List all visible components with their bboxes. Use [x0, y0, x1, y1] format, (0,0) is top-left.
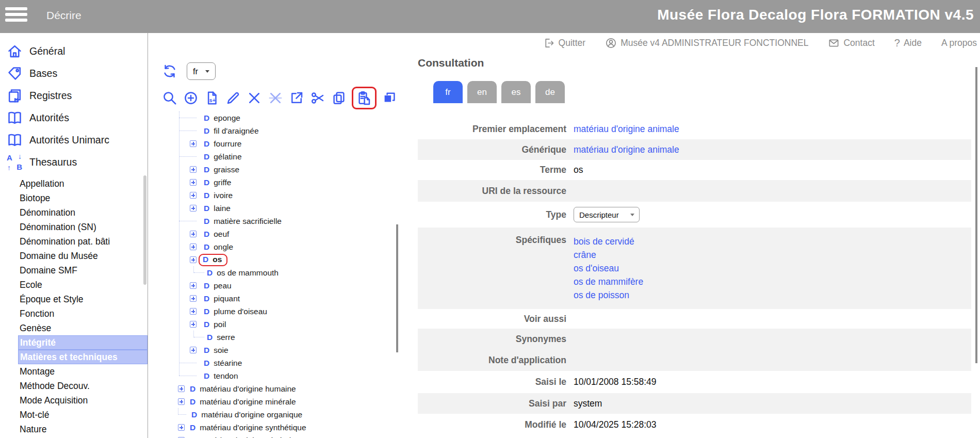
tree-item-label[interactable]: peau — [214, 281, 231, 290]
list-item[interactable]: Biotope — [0, 191, 148, 205]
sidebar-item-autorites[interactable]: Autorités — [0, 107, 148, 129]
apropos-link[interactable]: A propos — [941, 38, 977, 48]
tree-item-label[interactable]: oeuf — [214, 230, 229, 239]
tree-item-label[interactable]: ongle — [214, 242, 233, 252]
tree-item-label[interactable]: graisse — [214, 165, 239, 174]
tree-item-label[interactable]: eponge — [214, 113, 240, 123]
tree-scrollbar[interactable] — [396, 224, 398, 352]
main-scrollbar[interactable] — [975, 67, 977, 363]
tree-item[interactable]: Dgraisse — [148, 163, 395, 176]
list-item[interactable]: Dénomination — [0, 205, 148, 220]
tree-item-label[interactable]: matière sacrificielle — [214, 217, 282, 226]
tree-item[interactable]: Dmatière sacrificielle — [148, 215, 395, 228]
tab-de[interactable]: de — [535, 81, 565, 103]
list-item[interactable]: Fonction — [0, 306, 148, 321]
list-item[interactable]: Appellation — [0, 176, 148, 191]
quitter-link[interactable]: Quitter — [543, 37, 586, 49]
expand-plus-icon[interactable] — [178, 398, 185, 405]
hamburger-menu-icon[interactable] — [5, 7, 28, 26]
tab-en[interactable]: en — [467, 81, 497, 103]
tree-item-label[interactable]: fil d'araignée — [214, 126, 258, 136]
delete-x-icon[interactable] — [246, 89, 263, 107]
expand-plus-icon[interactable] — [190, 140, 197, 147]
tree-item[interactable]: Dstéarine — [148, 356, 395, 369]
tree-item[interactable]: Dgriffe — [148, 176, 395, 189]
tree-item[interactable]: Dmatériau d'origine minérale — [148, 395, 395, 408]
list-item[interactable]: Montage — [0, 364, 148, 379]
delete-branch-x-icon[interactable] — [267, 89, 284, 107]
field-value-link[interactable]: matériau d'origine animale — [574, 124, 679, 135]
sidebar-item-autorites-unimarc[interactable]: Autorités Unimarc — [0, 129, 148, 151]
specifique-link[interactable]: os de poisson — [574, 288, 643, 302]
expand-plus-icon[interactable] — [190, 166, 197, 173]
tree-item-label[interactable]: plume d'oiseau — [214, 307, 267, 316]
list-item[interactable]: Mot-clé — [0, 408, 148, 422]
tree-item-label[interactable]: matériau d'origine synthétique — [200, 423, 306, 432]
tree-item[interactable]: Deponge — [148, 111, 395, 124]
tree-item-label[interactable]: piquant — [214, 294, 240, 303]
tree-item[interactable]: Dplume d'oiseau — [148, 305, 395, 318]
tree-item-label[interactable]: serre — [217, 333, 235, 342]
tree-item[interactable]: Dlaine — [148, 202, 395, 215]
add-circle-icon[interactable] — [183, 89, 199, 107]
sidebar-item-bases[interactable]: Bases — [0, 62, 148, 85]
list-item[interactable]: Nature — [0, 422, 148, 436]
list-item-selected[interactable]: Intégrité — [18, 335, 148, 350]
tree-item[interactable]: Doeuf — [148, 228, 395, 240]
tree-item[interactable]: Dsoie — [148, 344, 395, 356]
expand-plus-icon[interactable] — [190, 308, 197, 315]
list-item[interactable]: Genèse — [0, 321, 148, 335]
list-item[interactable]: Domaine SMF — [0, 263, 148, 278]
tree-item-label[interactable]: poil — [214, 320, 226, 329]
tree-item[interactable]: Dmatériau d'origine organique — [148, 408, 395, 421]
tree-item[interactable]: Dongle — [148, 240, 395, 253]
contact-link[interactable]: Contact — [828, 37, 874, 49]
expand-plus-icon[interactable] — [190, 244, 197, 250]
tree-item[interactable]: Dmatériau d'origine humaine — [148, 382, 395, 395]
tree-item[interactable]: Dtendon — [148, 369, 395, 382]
expand-plus-icon[interactable] — [190, 179, 197, 186]
tree-item[interactable]: Dpiquant — [148, 292, 395, 305]
tree-language-select[interactable]: fr — [187, 62, 216, 80]
expand-plus-icon[interactable] — [190, 321, 197, 328]
specifique-link[interactable]: crâne — [574, 248, 643, 262]
list-item[interactable]: Époque et Style — [0, 292, 148, 306]
tree-item[interactable]: Dmatériau d'origine synthétique — [148, 421, 395, 434]
tree-item-label[interactable]: laine — [214, 204, 231, 213]
tree-item[interactable]: Dos de mammouth — [148, 266, 395, 279]
sidebar-item-general[interactable]: Général — [0, 40, 148, 62]
refresh-icon[interactable] — [161, 62, 178, 80]
edit-pencil-icon[interactable] — [225, 89, 241, 107]
aide-link[interactable]: ? Aide — [894, 37, 922, 49]
expand-plus-icon[interactable] — [190, 282, 197, 289]
tree-item[interactable]: Dpeau — [148, 279, 395, 292]
duplicate-icon[interactable] — [381, 89, 398, 107]
list-item[interactable]: Mode Acquisition — [0, 393, 148, 408]
open-external-icon[interactable] — [288, 89, 305, 107]
list-item[interactable]: Dénomination (SN) — [0, 220, 148, 234]
cut-scissors-icon[interactable] — [309, 89, 326, 107]
expand-plus-icon[interactable] — [190, 205, 197, 212]
expand-plus-icon[interactable] — [190, 295, 197, 302]
specifique-link[interactable]: os de mammifère — [574, 275, 643, 288]
list-item[interactable]: Méthode Decouv. — [0, 379, 148, 393]
add-synonym-doc-icon[interactable]: s+ — [204, 89, 220, 107]
list-item[interactable]: Dénomination pat. bâti — [0, 234, 148, 249]
tree-item-label[interactable]: stéarine — [214, 359, 242, 368]
specifique-link[interactable]: bois de cervidé — [574, 235, 643, 248]
expand-plus-icon[interactable] — [190, 347, 197, 353]
tree-item-label[interactable]: ivoire — [214, 191, 233, 200]
expand-plus-icon[interactable] — [190, 192, 197, 199]
tree-item[interactable]: Divoire — [148, 189, 395, 202]
tab-fr[interactable]: fr — [433, 81, 463, 103]
tree-item-label[interactable]: os — [213, 255, 222, 264]
sidebar-item-thesaurus[interactable]: A↓↑B Thesaurus — [0, 151, 148, 173]
tree-item-label[interactable]: matériau d'origine végétale — [200, 436, 296, 438]
tree-item-label[interactable]: soie — [214, 346, 228, 355]
tree-item[interactable]: Dpoil — [148, 318, 395, 331]
list-item[interactable]: Domaine du Musée — [0, 249, 148, 263]
expand-plus-icon[interactable] — [190, 256, 197, 263]
paste-icon[interactable] — [356, 89, 372, 107]
tree-item-label[interactable]: matériau d'origine minérale — [200, 397, 296, 407]
expand-plus-icon[interactable] — [178, 424, 185, 431]
